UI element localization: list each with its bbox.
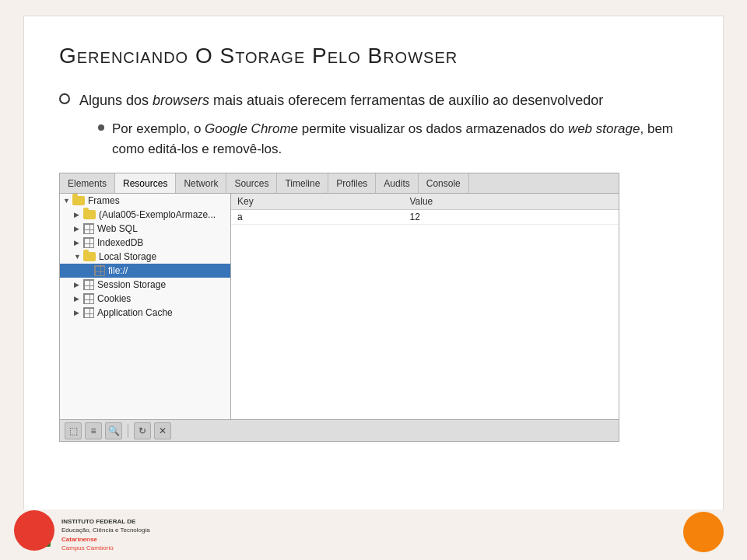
folder-icon (83, 252, 96, 261)
devtools-tab-profiles[interactable]: Profiles (328, 173, 376, 193)
toolbar-btn-2[interactable]: 🔍 (105, 422, 122, 439)
kv-row: a12 (231, 210, 619, 225)
tree-item-label: Web SQL (97, 223, 138, 234)
devtools-tab-console[interactable]: Console (419, 173, 469, 193)
tree-item-label: Application Cache (97, 307, 173, 318)
red-circle-decoration (14, 510, 54, 551)
devtools-tab-timeline[interactable]: Timeline (277, 173, 328, 193)
toolbar-separator (128, 424, 128, 438)
tree-item--aula005-exemploarmaze---[interactable]: ▶(Aula005-ExemploArmaze... (60, 208, 230, 222)
tree-arrow-icon: ▶ (74, 239, 83, 247)
devtools-tab-sources[interactable]: Sources (226, 173, 277, 193)
kv-table-body: a12 (231, 210, 619, 225)
kv-header-key: Key (231, 194, 403, 210)
tree-item-label: (Aula005-ExemploArmaze... (99, 209, 216, 220)
folder-icon (83, 210, 96, 219)
tree-arrow-icon: ▶ (74, 309, 83, 317)
tree-item-session-storage[interactable]: ▶Session Storage (60, 278, 230, 292)
tree-arrow-icon: ▶ (74, 225, 83, 233)
slide: Gerenciando o Storage pelo Browser Algun… (23, 16, 724, 513)
grid-icon (94, 265, 105, 276)
bullet-circle-icon (59, 93, 70, 104)
grid-icon (83, 307, 94, 318)
sub-bullets: Por exemplo, o Google Chrome permite vis… (98, 119, 688, 159)
tree-item-local-storage[interactable]: ▼Local Storage (60, 250, 230, 264)
footer: Instituto Federal de Educação, Ciência e… (0, 509, 747, 560)
tree-arrow-icon: ▶ (74, 295, 83, 303)
kv-table: Key Value a12 (231, 194, 619, 225)
tree-item-frames[interactable]: ▼Frames (60, 194, 230, 208)
kv-cell-value: 12 (403, 210, 619, 225)
footer-inst-line2: Educação, Ciência e Tecnologia (61, 526, 150, 534)
sub-bullet-text: Por exemplo, o Google Chrome permite vis… (112, 119, 688, 159)
grid-icon (83, 293, 94, 304)
devtools-kv-panel: Key Value a12 (231, 194, 619, 419)
grid-icon (83, 237, 94, 248)
footer-cat: Catarinense (61, 535, 150, 544)
tree-arrow-icon: ▼ (63, 197, 72, 205)
grid-icon (83, 279, 94, 290)
tree-item-indexeddb[interactable]: ▶IndexedDB (60, 236, 230, 250)
main-bullet: Alguns dos browsers mais atuais oferecem… (59, 90, 688, 111)
devtools-tab-network[interactable]: Network (176, 173, 226, 193)
tree-arrow-icon: ▼ (74, 253, 83, 261)
kv-header-value: Value (403, 194, 619, 210)
footer-text: Instituto Federal de Educação, Ciência e… (61, 517, 150, 552)
tree-item-application-cache[interactable]: ▶Application Cache (60, 306, 230, 320)
tree-item-web-sql[interactable]: ▶Web SQL (60, 222, 230, 236)
footer-inst-name: Instituto Federal de (61, 517, 150, 526)
tree-item-label: file:// (108, 265, 128, 276)
orange-circle-decoration (683, 512, 724, 552)
sub-bullet-dot-icon (98, 124, 104, 131)
tree-item-cookies[interactable]: ▶Cookies (60, 292, 230, 306)
grid-icon (83, 223, 94, 234)
devtools-panel: ElementsResourcesNetworkSourcesTimelineP… (59, 173, 619, 442)
devtools-tab-elements[interactable]: Elements (60, 173, 115, 193)
devtools-tab-audits[interactable]: Audits (376, 173, 418, 193)
tree-arrow-icon: ▶ (74, 281, 83, 289)
devtools-tree-panel: ▼Frames▶(Aula005-ExemploArmaze...▶Web SQ… (60, 194, 231, 419)
footer-campus: Campus Camboriú (61, 544, 150, 552)
folder-icon (72, 196, 85, 205)
tree-item-label: IndexedDB (97, 237, 143, 248)
tree-arrow-icon: ▶ (74, 211, 83, 219)
devtools-tab-bar: ElementsResourcesNetworkSourcesTimelineP… (60, 173, 619, 194)
sub-bullet-1: Por exemplo, o Google Chrome permite vis… (98, 119, 688, 159)
kv-cell-key: a (231, 210, 403, 225)
tree-item-label: Frames (88, 195, 120, 206)
tree-item-label: Cookies (97, 293, 131, 304)
main-bullet-text: Alguns dos browsers mais atuais oferecem… (79, 90, 603, 111)
tree-item-label: Local Storage (99, 251, 156, 262)
toolbar-btn-0[interactable]: ⬚ (65, 422, 82, 439)
tree-item-label: Session Storage (97, 279, 166, 290)
toolbar-btn-1[interactable]: ≡ (85, 422, 102, 439)
devtools-toolbar: ⬚≡🔍↻✕ (60, 419, 619, 441)
toolbar-btn-right-0[interactable]: ↻ (134, 422, 151, 439)
toolbar-btn-right-1[interactable]: ✕ (154, 422, 171, 439)
tree-item-file---[interactable]: file:// (60, 264, 230, 278)
slide-title: Gerenciando o Storage pelo Browser (59, 44, 688, 68)
devtools-body: ▼Frames▶(Aula005-ExemploArmaze...▶Web SQ… (60, 194, 619, 419)
devtools-tab-resources[interactable]: Resources (115, 173, 176, 193)
